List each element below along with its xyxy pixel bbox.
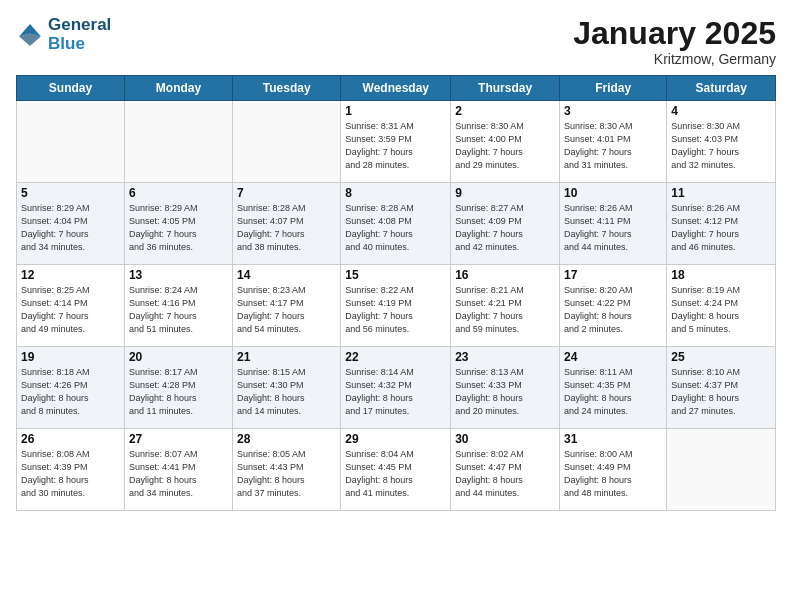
day-number: 8 [345,186,446,200]
calendar-cell: 22Sunrise: 8:14 AMSunset: 4:32 PMDayligh… [341,347,451,429]
calendar-cell: 9Sunrise: 8:27 AMSunset: 4:09 PMDaylight… [451,183,560,265]
month-title: January 2025 [573,16,776,51]
day-number: 28 [237,432,336,446]
day-info: Sunrise: 8:23 AMSunset: 4:17 PMDaylight:… [237,284,336,336]
day-number: 31 [564,432,662,446]
calendar-cell: 5Sunrise: 8:29 AMSunset: 4:04 PMDaylight… [17,183,125,265]
calendar-cell: 27Sunrise: 8:07 AMSunset: 4:41 PMDayligh… [124,429,232,511]
day-info: Sunrise: 8:30 AMSunset: 4:01 PMDaylight:… [564,120,662,172]
weekday-friday: Friday [560,76,667,101]
day-number: 18 [671,268,771,282]
calendar-cell: 20Sunrise: 8:17 AMSunset: 4:28 PMDayligh… [124,347,232,429]
day-number: 7 [237,186,336,200]
day-info: Sunrise: 8:27 AMSunset: 4:09 PMDaylight:… [455,202,555,254]
calendar-cell [667,429,776,511]
day-number: 1 [345,104,446,118]
calendar-cell: 13Sunrise: 8:24 AMSunset: 4:16 PMDayligh… [124,265,232,347]
weekday-monday: Monday [124,76,232,101]
day-number: 12 [21,268,120,282]
day-info: Sunrise: 8:26 AMSunset: 4:12 PMDaylight:… [671,202,771,254]
calendar-table: SundayMondayTuesdayWednesdayThursdayFrid… [16,75,776,511]
calendar-cell: 6Sunrise: 8:29 AMSunset: 4:05 PMDaylight… [124,183,232,265]
day-info: Sunrise: 8:24 AMSunset: 4:16 PMDaylight:… [129,284,228,336]
day-info: Sunrise: 8:08 AMSunset: 4:39 PMDaylight:… [21,448,120,500]
logo-text: General Blue [48,16,111,53]
day-info: Sunrise: 8:14 AMSunset: 4:32 PMDaylight:… [345,366,446,418]
day-number: 11 [671,186,771,200]
calendar-cell [233,101,341,183]
calendar-week-row-3: 12Sunrise: 8:25 AMSunset: 4:14 PMDayligh… [17,265,776,347]
day-number: 10 [564,186,662,200]
day-info: Sunrise: 8:17 AMSunset: 4:28 PMDaylight:… [129,366,228,418]
day-number: 3 [564,104,662,118]
calendar-cell: 25Sunrise: 8:10 AMSunset: 4:37 PMDayligh… [667,347,776,429]
day-number: 2 [455,104,555,118]
day-number: 14 [237,268,336,282]
calendar-cell: 29Sunrise: 8:04 AMSunset: 4:45 PMDayligh… [341,429,451,511]
header: General Blue January 2025 Kritzmow, Germ… [16,16,776,67]
logo-icon [16,21,44,49]
day-info: Sunrise: 8:21 AMSunset: 4:21 PMDaylight:… [455,284,555,336]
day-number: 5 [21,186,120,200]
day-number: 19 [21,350,120,364]
day-info: Sunrise: 8:07 AMSunset: 4:41 PMDaylight:… [129,448,228,500]
calendar-week-row-5: 26Sunrise: 8:08 AMSunset: 4:39 PMDayligh… [17,429,776,511]
calendar-cell: 14Sunrise: 8:23 AMSunset: 4:17 PMDayligh… [233,265,341,347]
day-info: Sunrise: 8:18 AMSunset: 4:26 PMDaylight:… [21,366,120,418]
day-number: 21 [237,350,336,364]
location: Kritzmow, Germany [573,51,776,67]
day-info: Sunrise: 8:05 AMSunset: 4:43 PMDaylight:… [237,448,336,500]
day-info: Sunrise: 8:26 AMSunset: 4:11 PMDaylight:… [564,202,662,254]
day-number: 9 [455,186,555,200]
day-number: 30 [455,432,555,446]
calendar-cell [124,101,232,183]
weekday-thursday: Thursday [451,76,560,101]
day-number: 23 [455,350,555,364]
calendar-cell: 30Sunrise: 8:02 AMSunset: 4:47 PMDayligh… [451,429,560,511]
day-number: 17 [564,268,662,282]
calendar-cell: 4Sunrise: 8:30 AMSunset: 4:03 PMDaylight… [667,101,776,183]
day-info: Sunrise: 8:15 AMSunset: 4:30 PMDaylight:… [237,366,336,418]
day-info: Sunrise: 8:31 AMSunset: 3:59 PMDaylight:… [345,120,446,172]
calendar-cell: 2Sunrise: 8:30 AMSunset: 4:00 PMDaylight… [451,101,560,183]
calendar-cell: 21Sunrise: 8:15 AMSunset: 4:30 PMDayligh… [233,347,341,429]
day-info: Sunrise: 8:28 AMSunset: 4:07 PMDaylight:… [237,202,336,254]
logo: General Blue [16,16,111,53]
day-info: Sunrise: 8:13 AMSunset: 4:33 PMDaylight:… [455,366,555,418]
calendar-cell: 31Sunrise: 8:00 AMSunset: 4:49 PMDayligh… [560,429,667,511]
day-info: Sunrise: 8:20 AMSunset: 4:22 PMDaylight:… [564,284,662,336]
weekday-header-row: SundayMondayTuesdayWednesdayThursdayFrid… [17,76,776,101]
day-number: 20 [129,350,228,364]
day-info: Sunrise: 8:28 AMSunset: 4:08 PMDaylight:… [345,202,446,254]
day-info: Sunrise: 8:11 AMSunset: 4:35 PMDaylight:… [564,366,662,418]
day-number: 29 [345,432,446,446]
title-block: January 2025 Kritzmow, Germany [573,16,776,67]
calendar-cell: 16Sunrise: 8:21 AMSunset: 4:21 PMDayligh… [451,265,560,347]
day-number: 25 [671,350,771,364]
day-number: 4 [671,104,771,118]
day-info: Sunrise: 8:04 AMSunset: 4:45 PMDaylight:… [345,448,446,500]
day-info: Sunrise: 8:29 AMSunset: 4:04 PMDaylight:… [21,202,120,254]
calendar-cell: 8Sunrise: 8:28 AMSunset: 4:08 PMDaylight… [341,183,451,265]
day-info: Sunrise: 8:19 AMSunset: 4:24 PMDaylight:… [671,284,771,336]
calendar-cell: 24Sunrise: 8:11 AMSunset: 4:35 PMDayligh… [560,347,667,429]
calendar-cell: 10Sunrise: 8:26 AMSunset: 4:11 PMDayligh… [560,183,667,265]
weekday-tuesday: Tuesday [233,76,341,101]
calendar-cell: 7Sunrise: 8:28 AMSunset: 4:07 PMDaylight… [233,183,341,265]
day-info: Sunrise: 8:25 AMSunset: 4:14 PMDaylight:… [21,284,120,336]
day-info: Sunrise: 8:22 AMSunset: 4:19 PMDaylight:… [345,284,446,336]
day-number: 15 [345,268,446,282]
day-info: Sunrise: 8:00 AMSunset: 4:49 PMDaylight:… [564,448,662,500]
day-number: 24 [564,350,662,364]
weekday-wednesday: Wednesday [341,76,451,101]
calendar-cell: 3Sunrise: 8:30 AMSunset: 4:01 PMDaylight… [560,101,667,183]
weekday-saturday: Saturday [667,76,776,101]
day-info: Sunrise: 8:02 AMSunset: 4:47 PMDaylight:… [455,448,555,500]
day-number: 22 [345,350,446,364]
calendar-cell: 18Sunrise: 8:19 AMSunset: 4:24 PMDayligh… [667,265,776,347]
calendar-cell: 23Sunrise: 8:13 AMSunset: 4:33 PMDayligh… [451,347,560,429]
calendar-week-row-4: 19Sunrise: 8:18 AMSunset: 4:26 PMDayligh… [17,347,776,429]
calendar-week-row-1: 1Sunrise: 8:31 AMSunset: 3:59 PMDaylight… [17,101,776,183]
calendar-cell: 12Sunrise: 8:25 AMSunset: 4:14 PMDayligh… [17,265,125,347]
day-number: 13 [129,268,228,282]
